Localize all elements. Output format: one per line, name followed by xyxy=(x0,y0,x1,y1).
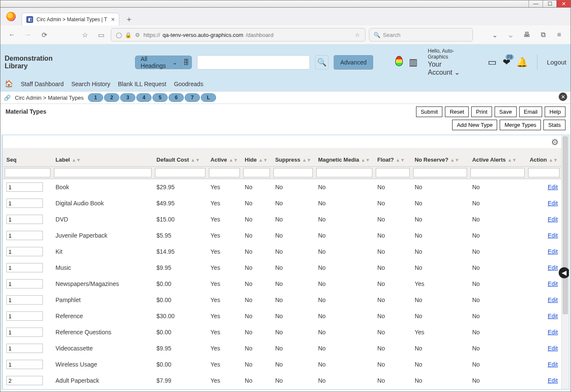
sort-icon[interactable]: ▲▼ xyxy=(191,159,200,161)
history-chip[interactable]: 6 xyxy=(169,93,184,102)
edit-link[interactable]: Edit xyxy=(548,329,558,336)
filter-magnetic-input[interactable] xyxy=(316,168,372,177)
filter-float-input[interactable] xyxy=(376,168,410,177)
sort-icon[interactable]: ▲▼ xyxy=(229,159,238,161)
tab-close-icon[interactable]: ✕ xyxy=(110,16,116,23)
bookmark-page-icon[interactable]: ☆ xyxy=(354,32,361,38)
nav-reload-button[interactable]: ⟳ xyxy=(38,28,51,41)
account-block[interactable]: Hello, Auto-Graphics Your Account ⌄ xyxy=(428,48,466,76)
sort-icon[interactable]: ▲▼ xyxy=(396,159,405,161)
grid-scroll[interactable]: ⚙ Seq Label▲▼ Default Cost▲▼ xyxy=(3,135,561,389)
bookmark-star-icon[interactable]: ☆ xyxy=(79,28,91,41)
filter-action-input[interactable] xyxy=(528,168,560,177)
balloon-icon[interactable] xyxy=(395,56,403,69)
edit-link[interactable]: Edit xyxy=(548,216,558,223)
sort-icon[interactable]: ▲▼ xyxy=(302,159,311,161)
seq-input[interactable] xyxy=(6,311,43,321)
database-icon[interactable]: 🗄 xyxy=(181,56,192,69)
window-maximize-button[interactable]: ☐ xyxy=(543,0,557,7)
nav-forward-button[interactable]: → xyxy=(22,28,34,41)
pocket-icon[interactable]: ⌵ xyxy=(504,28,517,41)
edit-link[interactable]: Edit xyxy=(548,361,558,368)
filter-cost-input[interactable] xyxy=(155,168,205,177)
edit-link[interactable]: Edit xyxy=(548,184,558,190)
edit-link[interactable]: Edit xyxy=(548,313,558,319)
seq-input[interactable] xyxy=(6,360,43,369)
seq-input[interactable] xyxy=(6,344,43,353)
browser-tab[interactable]: ◧ Circ Admin > Material Types | T ✕ xyxy=(22,13,119,25)
home-icon[interactable]: 🏠 xyxy=(5,80,13,88)
filter-hide-input[interactable] xyxy=(243,168,270,177)
edit-link[interactable]: Edit xyxy=(548,345,558,352)
sort-icon[interactable]: ▲▼ xyxy=(259,159,268,161)
nav-staff-dashboard[interactable]: Staff Dashboard xyxy=(21,81,64,87)
history-chip[interactable]: L xyxy=(201,93,216,102)
filter-label-input[interactable] xyxy=(54,168,152,177)
print-button[interactable]: Print xyxy=(471,106,492,117)
seq-input[interactable] xyxy=(6,231,43,240)
breadcrumb-close-icon[interactable]: ✕ xyxy=(559,92,567,101)
history-chip[interactable]: 4 xyxy=(136,93,152,102)
submit-button[interactable]: Submit xyxy=(416,106,442,117)
gear-icon[interactable]: ⚙ xyxy=(551,137,559,147)
filter-noreserve-input[interactable] xyxy=(413,168,467,177)
vertical-scrollbar[interactable] xyxy=(561,135,569,389)
hamburger-menu-icon[interactable]: ≡ xyxy=(553,28,565,41)
seq-input[interactable] xyxy=(6,295,43,305)
bell-icon[interactable]: 🔔 xyxy=(516,57,528,68)
seq-input[interactable] xyxy=(6,328,43,337)
seq-input[interactable] xyxy=(6,182,43,192)
filter-active-input[interactable] xyxy=(209,168,240,177)
filter-suppress-input[interactable] xyxy=(273,168,313,177)
edit-link[interactable]: Edit xyxy=(548,280,558,287)
seq-input[interactable] xyxy=(6,279,43,288)
sort-icon[interactable]: ▲▼ xyxy=(507,159,517,161)
collapse-handle-icon[interactable]: ◀ xyxy=(559,267,570,278)
email-button[interactable]: Email xyxy=(519,106,543,117)
nav-goodreads[interactable]: Goodreads xyxy=(174,81,203,87)
favorites-icon[interactable]: ❤F9 xyxy=(503,57,510,68)
address-bar[interactable]: ◯ 🔒 ⚙ https://qa-tenv-verso.auto-graphic… xyxy=(111,28,366,42)
card-icon[interactable]: ▭ xyxy=(488,57,497,68)
edit-link[interactable]: Edit xyxy=(548,377,558,384)
merge-types-button[interactable]: Merge Types xyxy=(500,120,541,130)
edit-link[interactable]: Edit xyxy=(548,297,558,303)
edit-link[interactable]: Edit xyxy=(548,248,558,255)
catalog-search-input[interactable] xyxy=(197,55,310,70)
scan-icon[interactable]: ▥ xyxy=(409,57,418,68)
help-button[interactable]: Help xyxy=(545,106,565,117)
sort-icon[interactable]: ▲▼ xyxy=(450,159,459,161)
filter-alerts-input[interactable] xyxy=(470,168,524,177)
catalog-search-button[interactable]: 🔍 xyxy=(315,55,329,70)
edit-link[interactable]: Edit xyxy=(548,232,558,239)
stats-button[interactable]: Stats xyxy=(543,120,565,130)
history-chip[interactable]: 1 xyxy=(88,93,103,102)
history-chip[interactable]: 7 xyxy=(185,93,200,102)
add-new-type-button[interactable]: Add New Type xyxy=(452,120,497,130)
nav-search-history[interactable]: Search History xyxy=(71,81,110,87)
edit-link[interactable]: Edit xyxy=(548,200,558,207)
seq-input[interactable] xyxy=(6,263,43,272)
logout-link[interactable]: Logout xyxy=(547,59,566,66)
extensions-icon[interactable]: ⧉ xyxy=(537,28,549,41)
sort-icon[interactable]: ▲▼ xyxy=(548,159,558,161)
print-icon[interactable]: 🖶 xyxy=(520,28,533,41)
seq-input[interactable] xyxy=(6,247,43,256)
advanced-search-button[interactable]: Advanced xyxy=(334,55,373,70)
sort-icon[interactable]: ▲▼ xyxy=(72,159,81,161)
browser-search-input[interactable]: 🔍 Search xyxy=(369,28,473,42)
search-scope-dropdown[interactable]: All Headings ⌄ xyxy=(135,56,181,69)
reset-button[interactable]: Reset xyxy=(445,106,469,117)
new-tab-button[interactable]: ＋ xyxy=(123,13,135,25)
save-button[interactable]: Save xyxy=(495,106,517,117)
sort-icon[interactable]: ▲▼ xyxy=(361,159,370,161)
window-minimize-button[interactable]: — xyxy=(529,0,543,7)
history-chip[interactable]: 3 xyxy=(120,93,135,102)
history-chip[interactable]: 2 xyxy=(104,93,119,102)
filter-seq-input[interactable] xyxy=(5,168,51,177)
nav-back-button[interactable]: ← xyxy=(6,28,18,41)
library-icon[interactable]: ▭ xyxy=(95,28,107,41)
scrollbar-thumb[interactable] xyxy=(563,136,568,314)
seq-input[interactable] xyxy=(6,376,43,385)
chevron-down-icon[interactable]: ⌄ xyxy=(488,28,501,41)
